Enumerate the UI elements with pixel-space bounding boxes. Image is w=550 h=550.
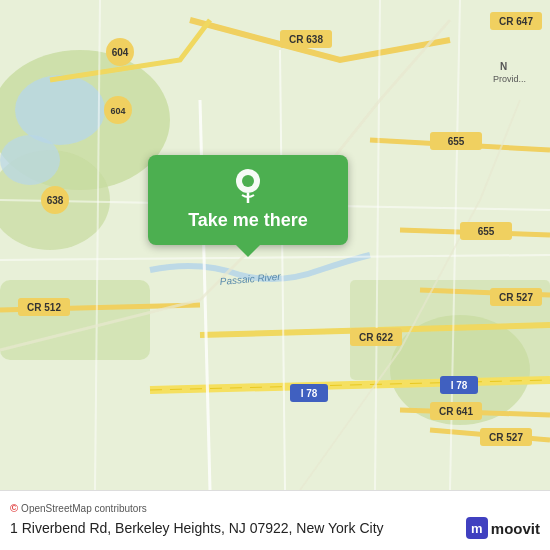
svg-rect-3: [0, 280, 150, 360]
attribution: © OpenStreetMap contributors: [10, 502, 540, 514]
svg-text:CR 527: CR 527: [489, 432, 523, 443]
osm-text: OpenStreetMap contributors: [21, 503, 147, 514]
moovit-text: moovit: [491, 520, 540, 537]
svg-text:CR 638: CR 638: [289, 34, 323, 45]
footer: © OpenStreetMap contributors 1 Riverbend…: [0, 490, 550, 550]
svg-text:Provid...: Provid...: [493, 74, 526, 84]
svg-text:CR 641: CR 641: [439, 406, 473, 417]
svg-text:604: 604: [110, 106, 125, 116]
svg-point-6: [15, 75, 105, 145]
svg-text:N: N: [500, 61, 507, 72]
svg-text:I 78: I 78: [451, 380, 468, 391]
moovit-icon: m: [466, 517, 488, 539]
svg-point-7: [0, 135, 60, 185]
svg-text:655: 655: [478, 226, 495, 237]
svg-text:604: 604: [112, 47, 129, 58]
location-pin-icon: [232, 167, 264, 206]
osm-logo: ©: [10, 502, 18, 514]
take-me-there-label: Take me there: [188, 210, 308, 231]
take-me-there-button[interactable]: Take me there: [148, 155, 348, 245]
svg-text:638: 638: [47, 195, 64, 206]
svg-text:655: 655: [448, 136, 465, 147]
svg-text:CR 527: CR 527: [499, 292, 533, 303]
svg-text:CR 512: CR 512: [27, 302, 61, 313]
svg-text:CR 622: CR 622: [359, 332, 393, 343]
svg-point-40: [242, 175, 254, 187]
moovit-logo: m moovit: [466, 517, 540, 539]
footer-bottom: 1 Riverbend Rd, Berkeley Heights, NJ 079…: [10, 517, 540, 539]
map-container: CR 647 604 604 CR 638 655 655 638 CR 512…: [0, 0, 550, 490]
address-text: 1 Riverbend Rd, Berkeley Heights, NJ 079…: [10, 520, 384, 536]
svg-text:I 78: I 78: [301, 388, 318, 399]
svg-text:CR 647: CR 647: [499, 16, 533, 27]
